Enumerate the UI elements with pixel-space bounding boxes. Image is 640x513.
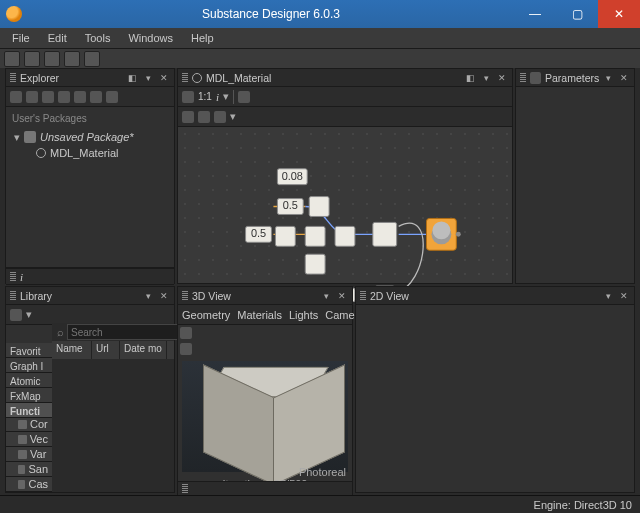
panel-close-button[interactable]: ✕: [158, 291, 170, 301]
panel-close-button[interactable]: ✕: [619, 73, 630, 83]
library-tab-var[interactable]: Var: [6, 447, 52, 462]
menu-windows[interactable]: Windows: [120, 30, 181, 46]
menu-materials[interactable]: Materials: [237, 309, 282, 321]
3d-tool-2[interactable]: [180, 343, 192, 355]
close-button[interactable]: ✕: [598, 0, 640, 28]
explorer-tool-5[interactable]: [74, 91, 86, 103]
toolbar-button-4[interactable]: [64, 51, 80, 67]
panel-close-button[interactable]: ✕: [336, 291, 348, 301]
graph-tool-a[interactable]: [238, 91, 250, 103]
panel-close-button[interactable]: ✕: [158, 73, 170, 83]
explorer-panel: Explorer ◧ ▾ ✕ User's Packages ▾ Unsaved: [5, 68, 175, 268]
menu-bar: File Edit Tools Windows Help: [0, 28, 640, 48]
library-tab-vec[interactable]: Vec: [6, 432, 52, 447]
col-date[interactable]: Date mo: [120, 341, 167, 359]
toolbar-button-1[interactable]: [4, 51, 20, 67]
3d-tool-1[interactable]: [180, 327, 192, 339]
folder-icon: [18, 480, 25, 489]
graph-panel-title: MDL_Material: [206, 72, 460, 84]
toolbar-button-5[interactable]: [84, 51, 100, 67]
panel-menu-button[interactable]: ▾: [142, 291, 154, 301]
explorer-title: Explorer: [20, 72, 122, 84]
library-panel: Library ▾ ✕ ▾ Favorit Graph I Atomic FxM…: [5, 286, 175, 493]
main-toolbar: [0, 48, 640, 68]
3d-view-title: 3D View: [192, 290, 316, 302]
info-icon[interactable]: i: [20, 271, 23, 283]
panel-menu-button[interactable]: ▾: [603, 73, 614, 83]
status-engine: Engine: Direct3D 10: [534, 499, 632, 511]
panel-grip-icon: [182, 291, 188, 301]
graph-tool-d[interactable]: [214, 111, 226, 123]
minimize-button[interactable]: —: [514, 0, 556, 28]
graph-tool-fit[interactable]: [182, 91, 194, 103]
library-tab-san[interactable]: San: [6, 462, 52, 477]
parameters-icon: [530, 72, 541, 84]
menu-tools[interactable]: Tools: [77, 30, 119, 46]
library-tab-function[interactable]: Functi: [6, 403, 52, 418]
3d-viewport[interactable]: [182, 361, 348, 472]
menu-geometry[interactable]: Geometry: [182, 309, 230, 321]
panel-grip-icon: [520, 73, 526, 83]
explorer-tool-7[interactable]: [106, 91, 118, 103]
package-icon: [24, 131, 36, 143]
svg-text:0.08: 0.08: [282, 170, 303, 182]
panel-menu-button[interactable]: ▾: [142, 73, 154, 83]
toolbar-button-2[interactable]: [24, 51, 40, 67]
panel-close-button[interactable]: ✕: [496, 73, 508, 83]
panel-detach-button[interactable]: ◧: [464, 73, 476, 83]
library-tab-fxmap[interactable]: FxMap: [6, 388, 52, 403]
panel-grip-icon: [182, 484, 188, 494]
graph-tool-c[interactable]: [198, 111, 210, 123]
col-name[interactable]: Name: [52, 341, 92, 359]
panel-menu-button[interactable]: ▾: [320, 291, 332, 301]
explorer-tool-2[interactable]: [26, 91, 38, 103]
graph-canvas[interactable]: 0.08 0.5 0.5: [178, 127, 512, 283]
library-tab-cor[interactable]: Cor: [6, 418, 52, 433]
graph-name: MDL_Material: [50, 145, 118, 161]
panel-menu-button[interactable]: ▾: [480, 73, 492, 83]
status-bar: Engine: Direct3D 10: [0, 495, 640, 513]
3d-mode: Photoreal: [299, 466, 346, 478]
explorer-tool-3[interactable]: [42, 91, 54, 103]
parameters-body: [516, 87, 634, 283]
library-view-button[interactable]: [10, 309, 22, 321]
explorer-graph-item[interactable]: MDL_Material: [12, 145, 168, 161]
library-tab-graph[interactable]: Graph I: [6, 358, 52, 373]
svg-text:0.5: 0.5: [283, 199, 298, 211]
folder-icon: [18, 465, 25, 474]
explorer-tool-1[interactable]: [10, 91, 22, 103]
svg-text:0.5: 0.5: [251, 227, 266, 239]
graph-dropdown[interactable]: ▾: [223, 90, 229, 103]
library-columns: Name Url Date mo: [52, 341, 174, 359]
panel-close-button[interactable]: ✕: [618, 291, 630, 301]
graph-tab-icon: [192, 73, 202, 83]
window-title: Substance Designer 6.0.3: [28, 7, 514, 21]
toolbar-button-3[interactable]: [44, 51, 60, 67]
parameters-title: Parameters: [545, 72, 599, 84]
menu-help[interactable]: Help: [183, 30, 222, 46]
library-tab-favorites[interactable]: Favorit: [6, 343, 52, 358]
library-tab-atomic[interactable]: Atomic: [6, 373, 52, 388]
panel-grip-icon: [10, 73, 16, 83]
menu-lights[interactable]: Lights: [289, 309, 318, 321]
explorer-tool-4[interactable]: [58, 91, 70, 103]
svg-rect-9: [335, 226, 355, 246]
graph-tool-b[interactable]: [182, 111, 194, 123]
panel-detach-button[interactable]: ◧: [126, 73, 138, 83]
panel-grip-icon: [10, 291, 16, 301]
folder-icon: [18, 420, 27, 429]
2d-viewport[interactable]: [356, 305, 634, 492]
menu-edit[interactable]: Edit: [40, 30, 75, 46]
panel-menu-button[interactable]: ▾: [602, 291, 614, 301]
2d-view-panel: 2D View ▾ ✕: [355, 286, 635, 493]
graph-zoom-label[interactable]: 1:1: [198, 91, 212, 102]
menu-file[interactable]: File: [4, 30, 38, 46]
library-view-dropdown[interactable]: ▾: [26, 308, 32, 321]
explorer-package-item[interactable]: ▾ Unsaved Package*: [12, 129, 168, 145]
library-tab-cas[interactable]: Cas: [6, 477, 52, 492]
graph-info-button[interactable]: i: [216, 91, 219, 103]
explorer-tool-6[interactable]: [90, 91, 102, 103]
maximize-button[interactable]: ▢: [556, 0, 598, 28]
graph-dropdown-2[interactable]: ▾: [230, 110, 236, 123]
col-url[interactable]: Url: [92, 341, 120, 359]
